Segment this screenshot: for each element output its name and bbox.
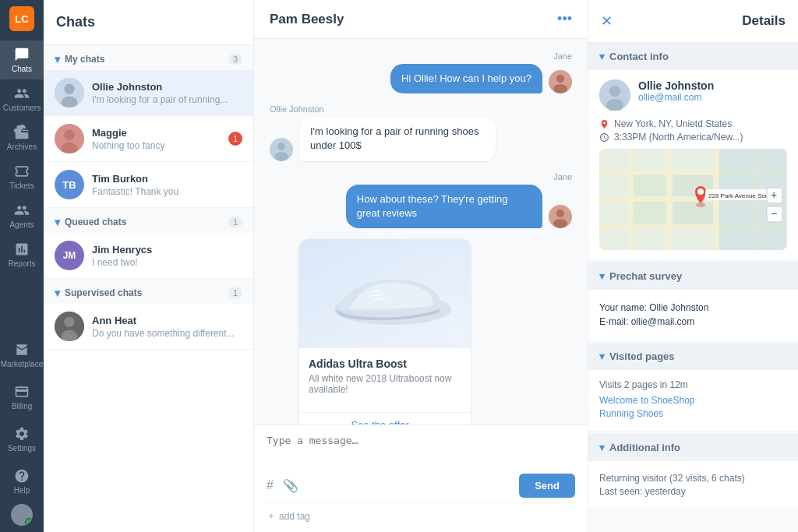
- msg-bubble-visitor: I'm looking for a pair of running shoes …: [299, 117, 496, 160]
- contact-time-text: 3:33PM (North America/New...): [614, 132, 743, 143]
- chats-panel: Chats ▾ My chats 3 Ollie Johnston I'm lo…: [44, 0, 254, 532]
- sidebar-item-agents-label: Agents: [9, 220, 34, 229]
- sidebar-item-archives-label: Archives: [7, 143, 37, 151]
- message-input[interactable]: [267, 435, 575, 466]
- chat-avatar-maggie: [55, 124, 84, 153]
- product-body: Adidas Ultra Boost All white new 2018 Ul…: [299, 348, 471, 412]
- sidebar-item-agents[interactable]: Agents: [0, 196, 44, 235]
- svg-point-13: [277, 143, 285, 150]
- chat-item-jim[interactable]: JM Jim Henrycs I need two!: [44, 233, 253, 279]
- chat-name-ann: Ann Heat: [92, 315, 242, 326]
- sidebar-item-help[interactable]: Help: [0, 462, 46, 501]
- product-title: Adidas Ultra Boost: [309, 358, 461, 370]
- chevron-down-icon-contact: ▾: [599, 51, 605, 62]
- msg-bubble-agent-2: How about these? They're getting great r…: [346, 185, 542, 228]
- prechat-name-label: Your name:: [599, 302, 647, 313]
- svg-point-7: [64, 317, 74, 327]
- svg-text:+: +: [771, 188, 777, 201]
- product-card-container: Adidas Ultra Boost All white new 2018 Ul…: [299, 239, 572, 425]
- my-chats-label-group: ▾ My chats: [55, 53, 104, 65]
- sidebar-item-billing-label: Billing: [12, 402, 33, 410]
- sidebar-item-reports-label: Reports: [8, 259, 35, 268]
- visited-page-1[interactable]: Welcome to ShoeShop: [599, 395, 787, 406]
- chevron-down-icon-prechat: ▾: [599, 270, 605, 282]
- chat-name-maggie: Maggie: [92, 127, 221, 139]
- contact-row: Ollie Johnston ollie@mail.com: [599, 79, 787, 111]
- svg-point-4: [64, 130, 74, 140]
- chat-preview-ann: Do you have something different...: [92, 328, 242, 339]
- chat-avatar-ann: [55, 312, 84, 341]
- msg-sender-visitor: Ollie Johnston: [270, 104, 572, 114]
- sidebar-item-billing[interactable]: Billing: [0, 378, 46, 417]
- sidebar-item-customers[interactable]: Customers: [0, 79, 44, 118]
- contact-info-header[interactable]: ▾ Contact info: [588, 43, 798, 70]
- svg-point-16: [556, 210, 564, 217]
- svg-rect-35: [634, 202, 666, 224]
- chat-item-maggie[interactable]: Maggie Nothing too fancy 1: [44, 116, 253, 162]
- svg-point-10: [556, 75, 564, 83]
- visits-summary: Visits 2 pages in 12m: [599, 379, 787, 390]
- contact-info-section: ▾ Contact info Ollie Johnston ollie@mail…: [588, 43, 798, 259]
- svg-point-11: [553, 84, 567, 93]
- chat-options-icon[interactable]: •••: [557, 11, 572, 27]
- user-avatar[interactable]: [11, 504, 33, 526]
- my-chats-section-header[interactable]: ▾ My chats 3: [44, 45, 253, 70]
- chat-info-ollie: Ollie Johnston I'm looking for a pair of…: [92, 81, 242, 105]
- details-panel: ✕ Details ▾ Contact info Ollie Johnston …: [588, 0, 798, 532]
- details-title: Details: [742, 13, 786, 29]
- sidebar-item-tickets-label: Tickets: [9, 181, 34, 190]
- close-icon[interactable]: ✕: [601, 12, 613, 30]
- chat-visitor-name: Pam Beesly: [270, 12, 344, 27]
- sidebar-item-marketplace-label: Marketplace: [1, 360, 43, 368]
- supervised-chats-section-header[interactable]: ▾ Supervised chats 1: [44, 279, 253, 304]
- contact-avatar: [599, 79, 630, 111]
- see-offer-link[interactable]: See the offer…: [299, 412, 471, 425]
- agent-avatar-2: [549, 205, 572, 228]
- visited-pages-header[interactable]: ▾ Visited pages: [588, 343, 798, 370]
- sidebar-item-reports[interactable]: Reports: [0, 235, 44, 274]
- svg-rect-34: [634, 175, 666, 196]
- sidebar-item-tickets[interactable]: Tickets: [0, 157, 44, 196]
- contact-email[interactable]: ollie@mail.com: [638, 92, 714, 103]
- prechat-name-row: Your name: Ollie Johnston: [599, 302, 787, 313]
- send-button[interactable]: Send: [519, 474, 575, 498]
- sidebar-item-marketplace[interactable]: Marketplace: [0, 336, 46, 375]
- chat-input-footer: # 📎 Send: [267, 474, 575, 498]
- queued-chats-section-header[interactable]: ▾ Queued chats 1: [44, 208, 253, 233]
- additional-info-section: ▾ Additional info Returning visitor (32 …: [588, 434, 798, 509]
- chat-item-ann[interactable]: Ann Heat Do you have something different…: [44, 304, 253, 350]
- visitor-avatar: [270, 138, 293, 161]
- chat-item-tim[interactable]: TB Tim Burkon Fantastic! Thank you: [44, 162, 253, 208]
- chat-input-area: # 📎 Send ＋ add tag: [254, 425, 588, 532]
- queued-chats-count: 1: [228, 217, 242, 227]
- chat-info-maggie: Maggie Nothing too fancy: [92, 127, 221, 151]
- visited-page-2[interactable]: Running Shoes: [599, 408, 787, 419]
- svg-point-24: [609, 86, 620, 97]
- product-description: All white new 2018 Ultraboost now availa…: [309, 373, 461, 395]
- chat-item-ollie[interactable]: Ollie Johnston I'm looking for a pair of…: [44, 70, 253, 116]
- svg-point-1: [64, 84, 74, 94]
- sidebar-item-archives[interactable]: Archives: [0, 118, 44, 157]
- svg-point-40: [697, 188, 704, 195]
- visits-text: Visits: [599, 379, 621, 390]
- supervised-chats-label-group: ▾ Supervised chats: [55, 287, 142, 299]
- additional-info-header[interactable]: ▾ Additional info: [588, 434, 798, 461]
- svg-text:228 Park Avenue South: 228 Park Avenue South: [708, 192, 774, 199]
- hashtag-icon[interactable]: #: [267, 478, 274, 493]
- visited-pages-section: ▾ Visited pages Visits 2 pages in 12m We…: [588, 343, 798, 431]
- sidebar-item-chats[interactable]: Chats: [0, 41, 44, 79]
- attachment-icon[interactable]: 📎: [283, 478, 298, 493]
- msg-sender-jane-1: Jane: [270, 51, 572, 61]
- chat-avatar-jim: JM: [55, 241, 84, 270]
- chat-name-jim: Jim Henrycs: [92, 244, 242, 255]
- prechat-survey-header[interactable]: ▾ Prechat survey: [588, 262, 798, 290]
- sidebar-item-settings[interactable]: Settings: [0, 420, 46, 459]
- add-tag-label: add tag: [279, 511, 310, 522]
- add-tag-button[interactable]: ＋ add tag: [267, 502, 575, 523]
- contact-location: New York, NY, Unietd States: [599, 118, 787, 129]
- contact-details: Ollie Johnston ollie@mail.com: [638, 79, 714, 103]
- chats-list: ▾ My chats 3 Ollie Johnston I'm looking …: [44, 45, 253, 532]
- contact-name: Ollie Johnston: [638, 79, 714, 92]
- contact-time: 3:33PM (North America/New...): [599, 132, 787, 143]
- prechat-email-value[interactable]: ollie@mail.com: [631, 316, 695, 327]
